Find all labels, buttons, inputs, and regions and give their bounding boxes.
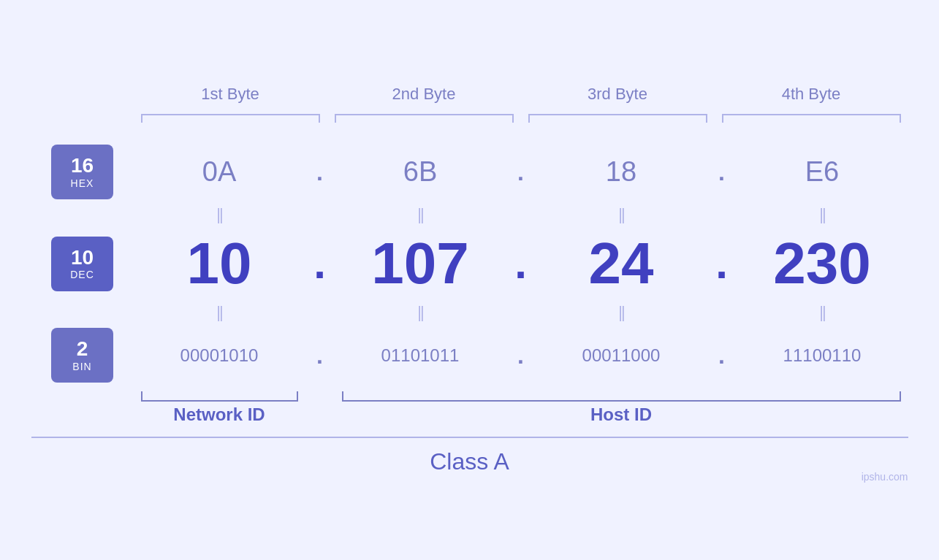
bin-dot-2: . xyxy=(506,344,536,367)
equals-row-1: || || || || xyxy=(31,205,908,224)
bracket-3 xyxy=(528,114,707,123)
equals-1-b2: || xyxy=(335,205,506,224)
dec-byte-3: 24 xyxy=(536,230,707,297)
dec-badge: 10 DEC xyxy=(51,237,113,291)
equals-2-b3: || xyxy=(536,303,707,322)
bin-badge: 2 BIN xyxy=(51,328,113,383)
byte-header-4: 4th Byte xyxy=(715,85,908,108)
bin-row: 2 BIN 00001010 . 01101011 . 00011000 . 1… xyxy=(31,328,908,383)
hex-base-number: 16 xyxy=(71,155,94,177)
id-label-row: Network ID Host ID xyxy=(31,404,908,425)
byte-header-1: 1st Byte xyxy=(134,85,327,108)
dec-dot-3: . xyxy=(707,242,737,285)
class-label: Class A xyxy=(430,448,509,475)
byte-headers-row: 1st Byte 2nd Byte 3rd Byte 4th Byte xyxy=(31,85,908,108)
id-bracket-row xyxy=(31,391,908,402)
bin-byte-1: 00001010 xyxy=(134,345,305,366)
network-id-label: Network ID xyxy=(134,404,305,425)
class-section: Class A xyxy=(31,437,908,475)
network-id-bracket xyxy=(141,391,298,402)
byte-header-3: 3rd Byte xyxy=(521,85,715,108)
bin-byte-3: 00011000 xyxy=(536,345,707,366)
watermark: ipshu.com xyxy=(862,471,908,483)
dec-dot-2: . xyxy=(506,242,536,285)
equals-1-b3: || xyxy=(536,205,707,224)
dec-dot-1: . xyxy=(305,242,335,285)
host-id-label: Host ID xyxy=(335,404,908,425)
bin-base-number: 2 xyxy=(77,338,88,361)
hex-dot-1: . xyxy=(305,161,335,184)
bracket-4 xyxy=(722,114,901,123)
hex-dot-2: . xyxy=(506,161,536,184)
hex-badge: 16 HEX xyxy=(51,145,113,199)
bin-base-label: BIN xyxy=(72,361,91,372)
dec-base-label: DEC xyxy=(70,269,94,280)
equals-2-b1: || xyxy=(134,303,305,322)
equals-row-2: || || || || xyxy=(31,303,908,322)
hex-byte-1: 0A xyxy=(134,156,305,188)
dec-row: 10 DEC 10 . 107 . 24 . 230 xyxy=(31,230,908,297)
dec-base-number: 10 xyxy=(71,247,94,269)
equals-1-b4: || xyxy=(737,205,908,224)
bracket-1 xyxy=(141,114,320,123)
bin-byte-2: 01101011 xyxy=(335,345,506,366)
main-container: 1st Byte 2nd Byte 3rd Byte 4th Byte 16 H… xyxy=(31,85,908,475)
equals-2-b4: || xyxy=(737,303,908,322)
hex-byte-2: 6B xyxy=(335,156,506,188)
hex-byte-4: E6 xyxy=(737,156,908,188)
top-bracket-row xyxy=(31,114,908,123)
hex-base-label: HEX xyxy=(71,177,94,189)
hex-byte-3: 18 xyxy=(536,156,707,188)
host-id-bracket xyxy=(342,391,901,402)
bin-byte-4: 11100110 xyxy=(737,345,908,366)
byte-header-2: 2nd Byte xyxy=(327,85,521,108)
dec-byte-2: 107 xyxy=(335,230,506,297)
bin-dot-1: . xyxy=(305,344,335,367)
bin-dot-3: . xyxy=(707,344,737,367)
hex-dot-3: . xyxy=(707,161,737,184)
bracket-2 xyxy=(335,114,514,123)
equals-1-b1: || xyxy=(134,205,305,224)
dec-byte-4: 230 xyxy=(737,230,908,297)
hex-row: 16 HEX 0A . 6B . 18 . E6 xyxy=(31,145,908,199)
equals-2-b2: || xyxy=(335,303,506,322)
dec-byte-1: 10 xyxy=(134,230,305,297)
